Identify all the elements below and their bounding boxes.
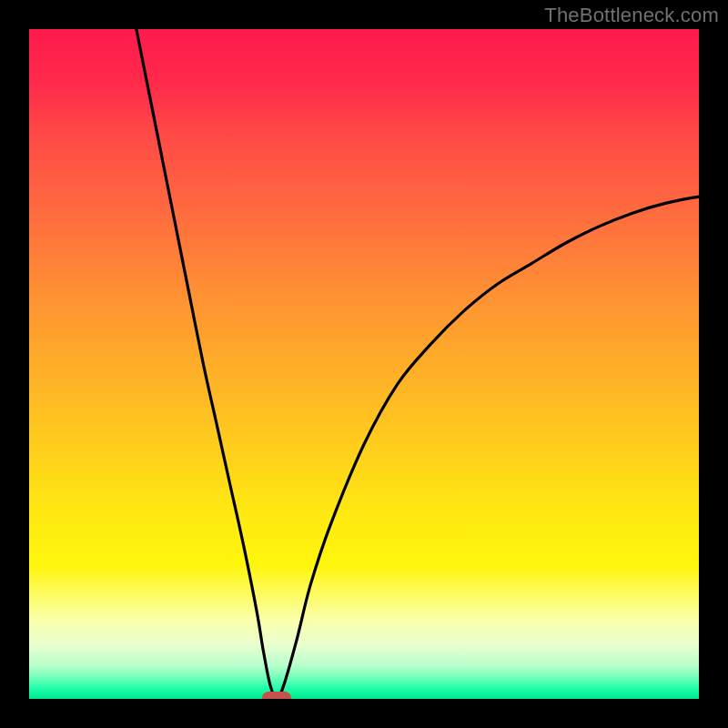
- plot-area: [29, 29, 699, 699]
- watermark-text: TheBottleneck.com: [544, 4, 719, 27]
- optimum-marker: [262, 692, 291, 699]
- bottleneck-curve: [29, 29, 699, 699]
- chart-frame: TheBottleneck.com: [0, 0, 728, 728]
